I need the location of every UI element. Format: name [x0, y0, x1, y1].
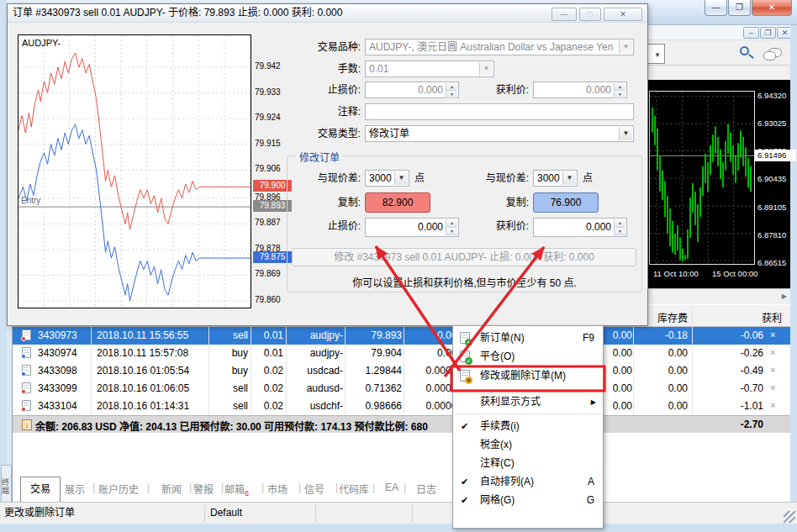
scroll-right-icon[interactable]: ▶ [782, 292, 787, 300]
tab-journal[interactable]: 日志 [416, 482, 436, 496]
spinner-buttons[interactable]: ▲▼ [614, 219, 625, 235]
entry-line-label: Entry [21, 196, 40, 205]
search-icon[interactable] [740, 46, 749, 55]
trade-type-select[interactable]: 修改订单▼ [365, 125, 634, 142]
tab-account-history[interactable]: 账户历史 [98, 482, 139, 496]
close-order-icon[interactable]: × [770, 329, 775, 340]
chart-scrollbar[interactable]: ▶ [643, 288, 790, 303]
spinner-buttons[interactable]: ▲▼ [446, 219, 457, 235]
points-label: 点 [414, 170, 431, 187]
copy-sell-price-button[interactable]: 82.900 [365, 192, 430, 213]
tab-news[interactable]: 新闻 [161, 482, 182, 496]
community-chat-icon[interactable] [768, 48, 782, 57]
menu-item-commissions[interactable]: ✔手续费(i) [453, 417, 603, 435]
menu-item-auto-arrange[interactable]: ✔自动排列(A)A [453, 472, 603, 491]
close-order-icon[interactable]: × [770, 400, 775, 410]
chart-restore-button[interactable]: ❐ [760, 27, 776, 39]
main-close-button[interactable]: ✕ [752, 0, 792, 16]
menu-item-modify-delete-order[interactable]: ✱修改或删除订单(M) [453, 366, 603, 387]
context-menu: +新订单(N)F9 ✓平仓(O) ✱修改或删除订单(M) 获利显示方式▶ ✔手续… [452, 325, 604, 529]
new-order-icon: + [460, 332, 470, 344]
check-icon: ✔ [461, 472, 468, 491]
tab-signals[interactable]: 信号 [304, 482, 325, 496]
order-row-3433104[interactable]: 34331042018.10.16 01:14:31sell0.02usdchf… [13, 398, 790, 415]
close-order-icon[interactable]: × [770, 365, 775, 375]
tab-code-base[interactable]: 代码库 [339, 482, 369, 496]
tab-exposure[interactable]: 展示 [65, 482, 85, 496]
diff-label-right: 与现价差: [457, 170, 529, 187]
market-chart-window: 6.943206.930256.917306.904356.891056.878… [641, 80, 797, 288]
dialog-close-button[interactable]: ✕ [604, 8, 642, 21]
symbol-label: 交易品种: [285, 39, 361, 55]
status-action-text: 更改或删除订单 [4, 503, 75, 524]
copy-buy-price-button[interactable]: 76.900 [533, 192, 599, 213]
modify-stoploss-label: 止损价: [289, 218, 361, 234]
spinner-buttons: ▲▼ [614, 83, 625, 97]
comment-label: 注释: [285, 103, 361, 120]
tab-mailbox[interactable]: 邮箱6 [224, 482, 249, 498]
symbol-select: AUDJPY-, 澳元日圆 Australian Dollar vs Japan… [365, 39, 634, 55]
chevron-down-icon: ▼ [394, 171, 408, 185]
spinner-buttons: ▲▼ [446, 83, 457, 97]
menu-item-comments[interactable]: 注释(C) [453, 454, 603, 472]
close-order-icon[interactable]: × [770, 382, 775, 392]
account-summary-row: ↓ 余额: 206.83 USD 净值: 204.13 已用预付款: 30.00… [13, 415, 790, 433]
dialog-maximize-button: □ [579, 8, 601, 21]
menu-item-close-order[interactable]: ✓平仓(O) [453, 347, 603, 366]
chevron-down-icon: ▼ [479, 62, 493, 76]
menu-item-grid[interactable]: ✔网格(G)G [453, 491, 603, 509]
chart-symbol-label: AUDJPY- [22, 38, 61, 48]
copy-label-left: 复制: [289, 194, 361, 211]
current-price-tag: 6.91496 [755, 150, 796, 161]
terminal-panel: 库存费 获利 34309732018.10.11 15:56:55sell0.0… [13, 304, 790, 524]
takeprofit-label: 获利价: [462, 82, 529, 98]
stoploss-label: 止损价: [285, 82, 361, 98]
order-row-3430973[interactable]: 34309732018.10.11 15:56:55sell0.01audjpy… [13, 327, 790, 345]
column-header-profit[interactable]: 获利 [705, 310, 782, 324]
points-label: 点 [583, 170, 599, 187]
check-icon: ✔ [461, 491, 468, 509]
chart-minimize-button[interactable]: – [743, 27, 759, 39]
tab-trade[interactable]: 交易 [20, 477, 61, 502]
chevron-down-icon: ▼ [619, 40, 632, 54]
stoploss-input: 0.000▲▼ [365, 82, 459, 98]
modify-stoploss-input[interactable]: 0.000▲▼ [365, 218, 459, 237]
close-order-icon: ✓ [460, 350, 470, 362]
menu-item-new-order[interactable]: +新订单(N)F9 [453, 329, 603, 347]
order-sell-icon [22, 329, 31, 340]
check-icon: ✔ [461, 417, 468, 435]
diff-label-left: 与现价差: [289, 170, 361, 187]
order-buy-icon [22, 347, 31, 358]
price-scale-label: 79.860 [255, 295, 292, 304]
tab-market[interactable]: 市场 [267, 482, 288, 496]
status-profile[interactable]: Default [210, 503, 242, 524]
tick-chart: AUDJPY- Entry [18, 34, 251, 308]
resize-grip[interactable] [784, 511, 795, 523]
close-order-icon[interactable]: × [770, 347, 775, 357]
tab-alerts[interactable]: 警报 [193, 482, 214, 496]
order-dialog: 订单 #3430973 sell 0.01 AUDJPY- 于价格: 79.89… [7, 3, 648, 326]
menu-item-taxes[interactable]: 税金(x) [453, 435, 603, 454]
main-maximize-button[interactable]: ❐ [728, 0, 751, 16]
account-summary-text: 余额: 206.83 USD 净值: 204.13 已用预付款: 30.00 可… [35, 419, 428, 433]
takeprofit-input: 0.000▲▼ [533, 82, 627, 98]
comment-input[interactable] [365, 103, 634, 120]
order-row-3433099[interactable]: 34330992018.10.16 01:06:05sell0.02audusd… [13, 380, 790, 398]
order-row-3430974[interactable]: 34309742018.10.11 15:57:08buy0.01audjpy-… [13, 345, 790, 362]
order-row-3433098[interactable]: 34330982018.10.16 01:05:54buy0.02usdcad-… [13, 362, 790, 380]
modify-takeprofit-input[interactable]: 0.000▲▼ [533, 218, 627, 237]
order-buy-icon [22, 365, 31, 376]
tick-chart-plot [18, 35, 251, 308]
main-minimize-button[interactable]: — [705, 0, 727, 16]
terminal-tabs: 交易 展示 | 账户历史 | 新闻 | 警报 | 邮箱6 | 市场 | 信号 |… [13, 475, 790, 503]
diff-select-sl[interactable]: 3000▼ [365, 170, 409, 187]
dialog-minimize-button[interactable]: — [552, 8, 577, 21]
group-title: 修改订单 [296, 150, 343, 164]
tab-experts[interactable]: EA [385, 482, 398, 493]
menu-separator [455, 389, 601, 390]
modify-order-icon: ✱ [460, 370, 470, 382]
chevron-down-icon: ▼ [619, 127, 632, 140]
diff-select-tp[interactable]: 3000▼ [533, 170, 578, 187]
menu-item-profit-display[interactable]: 获利显示方式▶ [453, 392, 603, 411]
stops-hint-text: 你可以设置止损和获利价格,但与市价至少有 50 点. [287, 275, 642, 289]
